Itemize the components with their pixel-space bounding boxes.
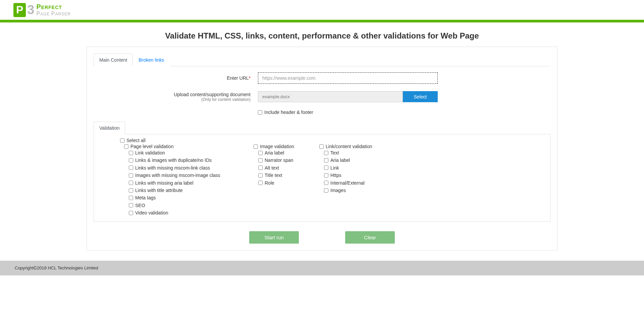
row-include: Include header & footer [258,110,550,115]
col-link-content-validation: Link/content validation TextAria labelLi… [319,144,393,217]
checkbox-item: Images [319,187,393,194]
select-all-checkbox[interactable] [120,138,124,143]
checkbox-label: Links with missing mscom-link class [135,164,210,172]
checkbox-label: Internal/External [330,179,365,187]
checkbox-label: Link [330,164,339,172]
checkbox[interactable] [324,166,328,170]
link-content-head-label: Link/content validation [326,144,372,149]
checkbox-item: Internal/External [319,179,393,187]
checkbox-item: Alt text [254,164,319,172]
checkbox[interactable] [129,166,133,170]
logo-mark-3: 3 [27,3,34,17]
actions-row: Start run Clear [94,231,550,244]
start-run-button[interactable]: Start run [249,231,299,244]
image-validation-head-label: Image validation [260,144,294,149]
checkbox[interactable] [129,151,133,155]
checkbox-label: Links with missing aria label [135,179,194,187]
main-card: Main Content Broken links Enter URL* Upl… [87,47,557,251]
checkbox-label: Narrator span [265,156,293,164]
checkbox-item: Link [319,164,393,172]
link-content-head-checkbox[interactable] [319,144,324,149]
checkbox-label: Aria label [265,149,284,156]
checkbox-item: Links with missing mscom-link class [124,164,254,172]
include-header-footer-checkbox[interactable] [258,110,262,115]
page-level-head-label: Page level validation [130,144,173,149]
select-file-button[interactable]: Select [403,91,438,102]
logo-text: PERFECT PAGE PARSER [36,3,70,17]
checkbox-item: Narrator span [254,156,319,164]
include-label: Include header & footer [264,110,313,115]
checkbox[interactable] [324,188,328,193]
checkbox-item: Images with missing mscom-image class [124,172,254,179]
col-image-validation: Image validation Aria labelNarrator span… [254,144,319,217]
checkbox-label: Link validation [135,149,165,156]
checkbox-item: Link validation [124,149,254,156]
checkbox-item: Aria label [254,149,319,156]
tab-broken-links[interactable]: Broken links [133,54,170,66]
checkbox[interactable] [324,158,328,163]
checkbox-label: Title text [265,172,282,179]
checkbox-label: Video validation [135,209,168,216]
upload-filename-input [258,91,403,102]
checkbox-label: Https [330,172,341,179]
checkbox-label: Meta tags [135,194,156,201]
select-all-label: Select all [126,138,146,143]
copyright-icon: © [34,265,37,271]
checkbox[interactable] [324,173,328,178]
footer: Copyright © 2018 HCL Technologies Limite… [0,261,644,275]
footer-prefix: Copyright [15,265,34,270]
checkbox-item: SEO [124,202,254,209]
checkbox[interactable] [258,158,263,163]
checkbox[interactable] [129,181,133,185]
checkbox[interactable] [258,181,263,185]
checkbox[interactable] [129,203,133,207]
clear-button[interactable]: Clear [345,231,395,244]
url-input[interactable] [258,72,438,84]
checkbox-item: Aria label [319,156,393,164]
top-tabs: Main Content Broken links [94,54,550,66]
checkbox-label: Role [265,179,274,187]
image-validation-head-checkbox[interactable] [254,144,258,149]
checkbox[interactable] [129,158,133,163]
checkbox-label: Alt text [265,164,279,172]
logo: P 3 PERFECT PAGE PARSER [13,3,631,17]
checkbox[interactable] [129,211,133,215]
col-page-level: Page level validation Link validationLin… [124,144,254,217]
checkbox-label: Images with missing mscom-image class [135,172,220,179]
checkbox-item: Text [319,149,393,156]
checkbox[interactable] [258,166,263,170]
checkbox-item: Video validation [124,209,254,216]
checkbox-label: Aria label [330,156,350,164]
accent-bar [0,20,644,22]
checkbox-item: Title text [254,172,319,179]
page-level-head-checkbox[interactable] [124,144,128,149]
checkbox-label: SEO [135,202,145,209]
checkbox[interactable] [129,196,133,200]
checkbox-item: Links with missing aria label [124,179,254,187]
checkbox[interactable] [258,173,263,178]
header: P 3 PERFECT PAGE PARSER [0,0,644,20]
checkbox[interactable] [258,151,263,155]
logo-mark-p: P [13,3,26,17]
checkbox-label: Images [330,187,346,194]
checkbox-item: Role [254,179,319,187]
checkbox-item: Meta tags [124,194,254,201]
select-all-row: Select all [120,138,550,143]
checkbox-label: Links with title attribute [135,187,183,194]
checkbox[interactable] [129,188,133,193]
checkbox[interactable] [324,181,328,185]
validation-sub-tabs: Validation [94,122,550,134]
label-upload: Upload content/supporting document (Only… [94,92,258,102]
validation-panel: Select all Page level validation Link va… [94,134,550,222]
tab-validation[interactable]: Validation [94,122,125,134]
checkbox-item: Https [319,172,393,179]
checkbox[interactable] [129,173,133,178]
row-upload: Upload content/supporting document (Only… [94,91,550,102]
checkbox-item: Links with title attribute [124,187,254,194]
page-title: Validate HTML, CSS, links, content, perf… [87,22,557,47]
checkbox-item: Links & images with duplicate/no IDs [124,156,254,164]
footer-rest: 2018 HCL Technologies Limited [37,265,98,270]
checkbox[interactable] [324,151,328,155]
tab-main-content[interactable]: Main Content [94,54,133,66]
row-enter-url: Enter URL* [94,72,550,84]
